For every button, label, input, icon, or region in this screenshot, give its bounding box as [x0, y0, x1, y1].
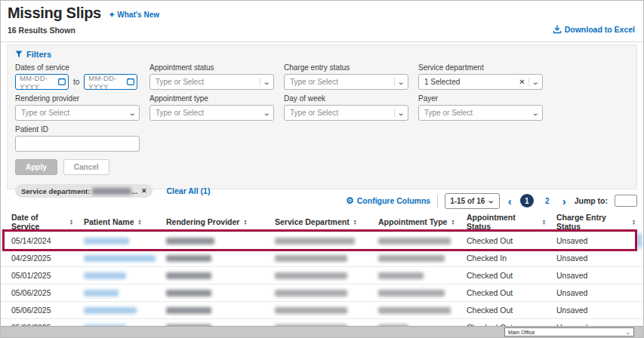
- column-label: Charge Entry Status: [556, 213, 628, 231]
- redacted-provider: [166, 307, 211, 314]
- redacted-patient-link[interactable]: [84, 272, 126, 279]
- payer-placeholder: Type or Select: [424, 109, 473, 117]
- redacted-chip-value: [92, 188, 131, 195]
- date-to-input[interactable]: MM-DD-YYYY: [84, 74, 137, 90]
- office-selector-dropdown[interactable]: Main Office ⌄: [504, 327, 634, 336]
- redacted-department: [275, 272, 347, 279]
- column-label: Appointment Status: [467, 213, 538, 231]
- filter-appointment-type: Appointment type Type or Select ⌄: [149, 94, 274, 121]
- filters-toggle[interactable]: Filters: [15, 50, 629, 59]
- redacted-appointment-type: [378, 255, 445, 262]
- redacted-provider: [166, 290, 211, 297]
- cell-stub: [636, 302, 644, 318]
- calendar-icon[interactable]: [58, 78, 66, 87]
- cell-patient-name[interactable]: [73, 250, 156, 266]
- configure-columns-button[interactable]: ⚙ Configure Columns: [346, 195, 430, 206]
- column-header-date-of-service[interactable]: Date of Service▲▼: [1, 212, 73, 232]
- select-divider: [260, 78, 260, 87]
- filter-icon: [15, 51, 23, 58]
- filter-rendering-provider: Rendering provider Type or Select ⌄: [15, 94, 140, 121]
- rendering-provider-select[interactable]: Type or Select ⌄: [15, 105, 140, 121]
- apply-button[interactable]: Apply: [15, 159, 57, 175]
- previous-page-icon[interactable]: ‹: [507, 195, 513, 207]
- filter-panel: Filters Dates of service MM-DD-YYYY to M…: [7, 45, 637, 189]
- redacted-edge-content: [637, 234, 642, 247]
- patient-id-label: Patient ID: [15, 125, 140, 134]
- redacted-patient-link[interactable]: [84, 290, 119, 297]
- page-button-2[interactable]: 2: [541, 194, 554, 207]
- date-from-input[interactable]: MM-DD-YYYY: [15, 74, 69, 90]
- column-header-stub: [636, 212, 644, 232]
- patient-id-input[interactable]: [15, 136, 140, 152]
- redacted-patient-link[interactable]: [84, 307, 137, 314]
- date-range-separator: to: [73, 78, 79, 86]
- filter-service-department: Service department 1 Selected ✕⌄: [418, 63, 543, 90]
- whats-new-link[interactable]: ✦ What's New: [109, 11, 159, 19]
- page-button-1[interactable]: 1: [520, 194, 534, 207]
- missing-slips-page: Missing Slips ✦ What's New 16 Results Sh…: [0, 0, 644, 338]
- column-header-service-department[interactable]: Service Department▲▼: [264, 212, 368, 232]
- service-department-select[interactable]: 1 Selected ✕⌄: [418, 74, 543, 90]
- cell-stub: [636, 267, 644, 284]
- rendering-provider-placeholder: Type or Select: [21, 109, 69, 117]
- cell-date-of-service: 05/06/2025: [1, 302, 73, 318]
- cell-appointment-type: [368, 267, 456, 284]
- cell-rendering-provider: [156, 302, 264, 318]
- configure-columns-label: Configure Columns: [357, 196, 430, 205]
- next-page-icon[interactable]: ›: [561, 195, 568, 207]
- chevron-down-icon: ⌄: [531, 109, 539, 117]
- cell-appointment-status: Checked Out: [456, 267, 546, 284]
- cell-service-department: [264, 284, 368, 301]
- filter-patient-id: Patient ID: [15, 125, 140, 152]
- sort-icon[interactable]: ▲▼: [138, 219, 142, 225]
- table-row[interactable]: 05/06/2025 Checked Out Unsaved: [1, 301, 643, 318]
- cancel-button[interactable]: Cancel: [63, 159, 109, 175]
- calendar-icon[interactable]: [127, 78, 134, 87]
- charge-entry-status-select[interactable]: Type or Select ⌄: [284, 74, 408, 90]
- table-row[interactable]: 05/14/2024 Checked Out Unsaved: [1, 232, 643, 249]
- dates-of-service-label: Dates of service: [15, 63, 140, 72]
- filter-day-of-week: Day of week Type or Select ⌄: [284, 94, 408, 121]
- payer-select[interactable]: Type or Select ⌄: [418, 105, 543, 121]
- redacted-patient-link[interactable]: [84, 238, 129, 244]
- cell-patient-name[interactable]: [73, 302, 156, 318]
- cell-patient-name[interactable]: [73, 284, 156, 301]
- cell-stub: [636, 284, 644, 301]
- appointment-type-select[interactable]: Type or Select ⌄: [149, 105, 274, 121]
- service-department-filter-chip[interactable]: Service department: ... ✕: [15, 184, 153, 198]
- column-header-appointment-status[interactable]: Appointment Status▲▼: [456, 212, 546, 232]
- redacted-department: [275, 238, 355, 244]
- redacted-patient-link[interactable]: [84, 255, 156, 262]
- filter-payer: Payer Type or Select ⌄: [418, 94, 543, 121]
- cell-date-of-service: 05/01/2025: [1, 267, 73, 284]
- filter-dates-of-service: Dates of service MM-DD-YYYY to MM-DD-YYY…: [15, 63, 140, 90]
- appointment-status-select[interactable]: Type or Select ⌄: [149, 74, 274, 90]
- chevron-down-icon: ⌄: [625, 330, 631, 335]
- column-header-charge-entry-status[interactable]: Charge Entry Status▲▼: [546, 212, 636, 232]
- table-row[interactable]: 05/01/2025 Checked Out Unsaved: [1, 266, 643, 284]
- table-row[interactable]: 04/29/2025 Checked In Unsaved: [1, 249, 643, 266]
- cell-rendering-provider: [156, 284, 264, 301]
- download-to-excel-button[interactable]: Download to Excel: [553, 25, 635, 34]
- table-row[interactable]: 05/06/2025 Checked Out Unsaved: [1, 284, 643, 301]
- cell-appointment-type: [368, 232, 456, 249]
- sort-icon[interactable]: ▲▼: [451, 219, 454, 225]
- sparkle-icon: ✦: [109, 11, 115, 19]
- whats-new-label: What's New: [117, 11, 159, 19]
- cell-charge-entry-status: Unsaved: [546, 302, 636, 318]
- clear-all-link[interactable]: Clear All (1): [166, 186, 210, 195]
- cell-patient-name[interactable]: [73, 232, 156, 249]
- results-range-select[interactable]: 1-15 of 16 ⌄: [445, 193, 500, 209]
- column-header-appointment-type[interactable]: Appointment Type▲▼: [368, 212, 456, 232]
- day-of-week-select[interactable]: Type or Select ⌄: [284, 105, 408, 121]
- column-header-rendering-provider[interactable]: Rendering Provider▲▼: [156, 212, 264, 232]
- sort-icon[interactable]: ▲▼: [243, 219, 247, 225]
- column-header-patient-name[interactable]: Patient Name▲▼: [73, 212, 156, 232]
- cell-patient-name[interactable]: [73, 267, 156, 284]
- jump-to-input[interactable]: [615, 195, 637, 207]
- clear-selection-icon[interactable]: ✕: [519, 78, 525, 86]
- cell-charge-entry-status: Unsaved: [546, 232, 636, 249]
- sort-icon[interactable]: ▲▼: [353, 219, 357, 225]
- chevron-down-icon: ⌄: [396, 109, 405, 117]
- chip-remove-icon[interactable]: ✕: [141, 187, 147, 195]
